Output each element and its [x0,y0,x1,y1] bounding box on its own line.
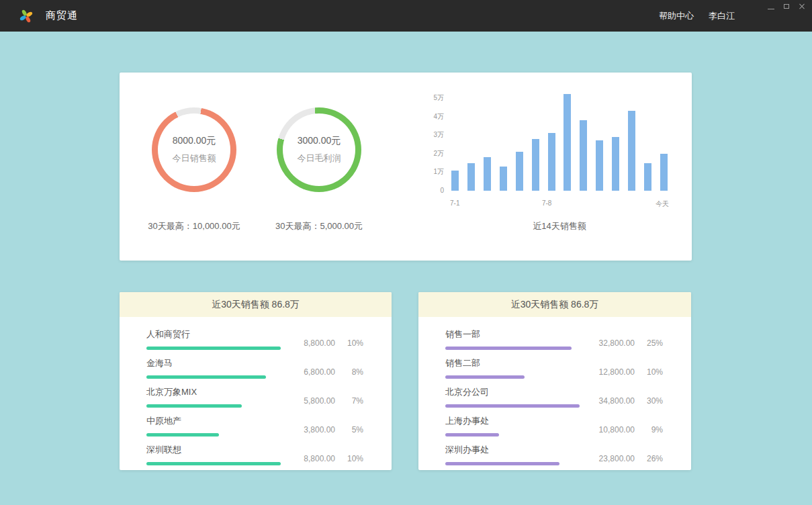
list-item: 深圳办事处23,800.0026% [445,444,663,465]
y-tick: 0 [440,187,444,195]
x-tick: 7-1 [450,199,459,207]
rank-figures: 8,800.0010% [294,454,363,463]
rank-name: 中原地产 [146,415,284,427]
bar [596,140,603,191]
bar [612,137,619,191]
rank-amount: 32,800.00 [593,338,635,348]
list-item: 金海马6,800.008% [146,357,363,379]
bar [500,167,507,191]
rank-bar-track [146,404,281,408]
rank-left: 深圳联想 [146,444,284,465]
user-menu[interactable]: 李白江 [709,10,735,22]
rank-left: 上海办事处 [445,415,583,437]
rank-left: 北京分公司 [445,386,583,408]
rank-name: 人和商贸行 [146,328,284,340]
bar [516,152,523,191]
rank-bar [146,433,219,437]
app-title: 商贸通 [46,9,78,22]
close-icon[interactable] [797,3,807,11]
bar [660,154,668,191]
rank-amount: 5,800.00 [294,396,335,406]
rank-percent: 7% [343,396,363,406]
today-profit-donut: 3000.00元 今日毛利润 [277,107,361,192]
y-tick: 4万 [433,113,444,121]
y-axis: 5万 4万 3万 2万 1万 0 [426,94,450,195]
rank-bar-track [445,433,580,437]
rank-bar [146,462,281,465]
rank-figures: 10,800.009% [593,425,663,434]
list-item: 中原地产3,800.005% [146,415,363,437]
x-tick: 今天 [656,199,669,209]
maximize-icon[interactable] [782,3,791,11]
rank-figures: 3,800.005% [294,425,363,434]
rank-bar-track [445,347,580,350]
y-tick: 5万 [433,94,444,102]
bar [580,120,587,191]
today-sales-value: 8000.00元 [173,135,216,147]
rank-amount: 12,800.00 [593,367,635,377]
rank-bar [445,433,499,437]
rank-percent: 25% [643,338,663,348]
rank-figures: 8,800.0010% [294,338,363,348]
x-tick: 7-8 [542,199,551,207]
today-sales-center: 8000.00元 今日销售额 [158,113,230,186]
profit-30day-max: 30天最高：5,000.00元 [275,220,363,232]
today-profit-label: 今日毛利润 [298,152,341,165]
bar [532,139,539,191]
rank-amount: 34,800.00 [593,396,635,406]
y-tick: 2万 [433,150,444,158]
rank-percent: 10% [643,367,663,377]
rank-amount: 10,800.00 [593,425,635,434]
rank-bar-track [146,433,281,437]
department-ranking-title: 近30天销售额 86.8万 [418,292,691,317]
rank-percent: 8% [343,367,363,377]
today-profit-panel: 3000.00元 今日毛利润 30天最高：5,000.00元 [250,91,388,246]
rank-figures: 34,800.0030% [593,396,663,406]
rank-left: 销售一部 [445,328,583,350]
bar [451,171,459,191]
rank-amount: 23,800.00 [593,454,635,463]
rank-name: 金海马 [146,357,284,369]
rank-figures: 12,800.0010% [593,367,663,377]
bar [467,163,475,191]
rank-amount: 6,800.00 [294,367,335,377]
x-axis: 7-1 7-8 今天 [450,199,669,208]
rank-name: 上海办事处 [445,415,583,427]
rank-left: 人和商贸行 [146,328,284,350]
bar [628,111,635,191]
help-center-link[interactable]: 帮助中心 [659,10,694,22]
y-tick: 1万 [433,168,444,176]
sales-30day-max: 30天最高：10,000.00元 [148,220,240,232]
customer-rank-list: 人和商贸行8,800.0010%金海马6,800.008%北京万象MIX5,80… [120,317,392,465]
rank-bar [146,375,266,379]
rank-bar-track [445,404,580,408]
rank-percent: 26% [643,454,663,463]
rank-bar [445,462,559,465]
list-item: 销售一部32,800.0025% [445,328,663,350]
summary-card: 8000.00元 今日销售额 30天最高：10,000.00元 3000.00元… [120,73,692,261]
rank-name: 销售二部 [445,357,583,369]
rank-percent: 10% [343,454,363,463]
rank-bar-track [146,375,281,379]
rank-name: 北京分公司 [445,386,583,398]
app-logo-icon [19,9,34,24]
today-sales-donut: 8000.00元 今日销售额 [152,107,236,192]
department-rank-list: 销售一部32,800.0025%销售二部12,800.0010%北京分公司34,… [418,317,691,465]
rank-name: 销售一部 [445,328,583,340]
today-sales-label: 今日销售额 [173,152,216,165]
minimize-icon[interactable] [766,3,776,11]
list-item: 销售二部12,800.0010% [445,357,663,379]
rank-amount: 3,800.00 [294,425,335,434]
chart-plot-area: 5万 4万 3万 2万 1万 0 [426,94,669,195]
bar [548,133,555,191]
rank-bar [445,404,580,408]
y-tick: 3万 [433,131,444,139]
rank-figures: 32,800.0025% [593,338,663,348]
rank-left: 金海马 [146,357,284,379]
department-ranking-card: 近30天销售额 86.8万 销售一部32,800.0025%销售二部12,800… [418,292,691,470]
rank-left: 北京万象MIX [146,386,284,408]
rank-amount: 8,800.00 [294,338,335,348]
rank-left: 中原地产 [146,415,284,437]
rank-figures: 6,800.008% [294,367,363,377]
titlebar: 商贸通 帮助中心 李白江 [0,0,812,32]
